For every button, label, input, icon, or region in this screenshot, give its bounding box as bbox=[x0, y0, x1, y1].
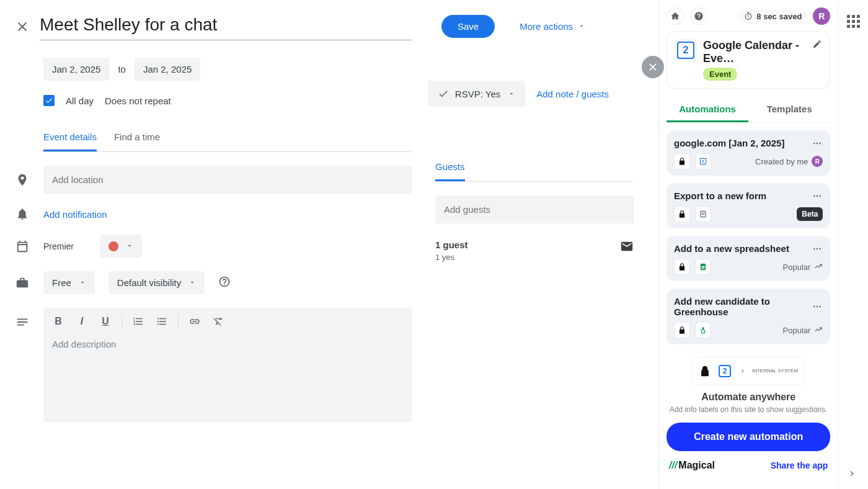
close-icon[interactable] bbox=[15, 19, 30, 34]
automation-card[interactable]: Export to a new form ⋯ Beta bbox=[666, 183, 830, 228]
time-saved-label: 8 sec saved bbox=[756, 12, 802, 21]
description-icon bbox=[15, 315, 30, 329]
trend-up-icon bbox=[814, 262, 823, 272]
magical-icon bbox=[674, 206, 690, 222]
card-menu-icon[interactable]: ⋯ bbox=[813, 138, 823, 148]
automation-meta: Created by me bbox=[755, 157, 808, 166]
creator-avatar: R bbox=[812, 156, 823, 167]
guest-count-label: 1 guest bbox=[435, 240, 468, 250]
rsvp-dropdown[interactable]: RSVP: Yes bbox=[428, 81, 525, 107]
automation-meta: Popular bbox=[783, 262, 811, 272]
more-actions-label: More actions bbox=[520, 21, 573, 32]
beta-badge: Beta bbox=[797, 207, 823, 221]
save-button[interactable]: Save bbox=[441, 15, 495, 38]
location-icon bbox=[15, 173, 30, 187]
google-apps-button[interactable] bbox=[847, 15, 860, 28]
allday-label: All day bbox=[66, 96, 94, 106]
visibility-label: Default visibility bbox=[117, 277, 181, 288]
trend-up-icon bbox=[814, 325, 823, 336]
panel-help-button[interactable] bbox=[690, 7, 707, 25]
card-menu-icon[interactable]: ⋯ bbox=[813, 191, 823, 201]
email-guests-button[interactable] bbox=[620, 240, 634, 262]
magical-logo: ///Magical bbox=[669, 460, 715, 471]
google-calendar-icon: 2 bbox=[675, 39, 697, 61]
magical-icon bbox=[674, 153, 690, 169]
automation-card[interactable]: Add to a new spreadsheet ⋯ Popular bbox=[666, 236, 830, 281]
caret-down-icon bbox=[79, 277, 86, 288]
rsvp-label: RSVP: Yes bbox=[455, 89, 500, 99]
google-sheets-icon bbox=[695, 259, 711, 275]
event-title-input[interactable] bbox=[40, 12, 412, 40]
panel-title: Google Calendar - Eve… bbox=[703, 39, 806, 65]
automation-card[interactable]: Add new candidate to Greenhouse ⋯ Popula… bbox=[666, 289, 830, 344]
caret-down-icon bbox=[188, 277, 196, 288]
italic-button[interactable]: I bbox=[74, 314, 89, 329]
automation-title: Export to a new form bbox=[674, 191, 766, 201]
underline-button[interactable]: U bbox=[98, 314, 113, 329]
calendar-icon bbox=[15, 240, 30, 253]
insert-link-button[interactable] bbox=[187, 314, 202, 329]
google-calendar-icon: 2 bbox=[695, 153, 711, 169]
location-input[interactable] bbox=[43, 166, 412, 194]
create-automation-button[interactable]: Create new automation bbox=[666, 423, 830, 451]
caret-down-icon bbox=[126, 241, 133, 251]
availability-selector[interactable]: Free bbox=[43, 271, 95, 294]
caret-down-icon bbox=[578, 21, 585, 32]
chevron-right-icon[interactable] bbox=[847, 469, 857, 480]
more-actions-dropdown[interactable]: More actions bbox=[520, 21, 585, 32]
user-avatar[interactable]: R bbox=[813, 7, 830, 25]
add-notification-link[interactable]: Add notification bbox=[43, 209, 107, 220]
panel-tab-automations[interactable]: Automations bbox=[666, 97, 748, 122]
internal-system-label: INTERNAL SYSTEM bbox=[752, 369, 798, 374]
automation-title: google.com [Jan 2, 2025] bbox=[674, 138, 784, 148]
anywhere-title: Automate anywhere bbox=[666, 392, 830, 403]
separator bbox=[178, 315, 179, 328]
to-label: to bbox=[118, 64, 126, 74]
card-menu-icon[interactable]: ⋯ bbox=[813, 244, 823, 254]
allday-checkbox[interactable] bbox=[43, 95, 55, 106]
help-icon[interactable] bbox=[218, 276, 231, 290]
calendar-name-label: Premier bbox=[43, 241, 74, 251]
svg-point-10 bbox=[701, 330, 705, 333]
time-saved-chip: 8 sec saved bbox=[738, 9, 808, 24]
numbered-list-button[interactable] bbox=[131, 314, 146, 329]
clear-formatting-button[interactable] bbox=[211, 314, 226, 329]
repeat-selector[interactable]: Does not repeat bbox=[105, 96, 171, 106]
tab-event-details[interactable]: Event details bbox=[43, 132, 97, 151]
end-date-picker[interactable]: Jan 2, 2025 bbox=[135, 58, 200, 81]
availability-label: Free bbox=[52, 277, 71, 288]
notification-icon bbox=[15, 207, 30, 221]
panel-home-button[interactable] bbox=[666, 7, 684, 25]
anywhere-description: Add info labels on this site to show sug… bbox=[666, 405, 830, 414]
add-note-guests-link[interactable]: Add note / guests bbox=[536, 89, 609, 99]
separator bbox=[122, 315, 122, 328]
panel-tab-templates[interactable]: Templates bbox=[748, 97, 830, 122]
start-date-picker[interactable]: Jan 2, 2025 bbox=[43, 58, 109, 81]
event-color-selector[interactable] bbox=[100, 235, 142, 258]
edit-icon[interactable] bbox=[812, 39, 822, 51]
briefcase-icon bbox=[15, 276, 30, 290]
automation-meta: Popular bbox=[783, 326, 811, 335]
panel-close-button[interactable] bbox=[642, 56, 664, 78]
automation-title: Add new candidate to Greenhouse bbox=[674, 296, 813, 317]
bulleted-list-button[interactable] bbox=[154, 314, 169, 329]
add-guests-input[interactable] bbox=[435, 195, 634, 223]
event-type-badge: Event bbox=[703, 68, 737, 81]
tab-find-a-time[interactable]: Find a time bbox=[114, 132, 160, 151]
guest-yes-label: 1 yes bbox=[435, 253, 468, 262]
color-dot-icon bbox=[108, 241, 118, 251]
share-app-link[interactable]: Share the app bbox=[771, 460, 828, 470]
description-textarea[interactable]: Add description bbox=[43, 335, 412, 422]
svg-point-9 bbox=[702, 327, 704, 330]
tab-guests[interactable]: Guests bbox=[435, 161, 465, 181]
magical-icon bbox=[674, 322, 690, 338]
caret-down-icon bbox=[508, 89, 515, 99]
bold-button[interactable]: B bbox=[51, 314, 66, 329]
greenhouse-icon bbox=[695, 322, 711, 338]
card-menu-icon[interactable]: ⋯ bbox=[813, 302, 823, 312]
anywhere-illustration: 2 INTERNAL SYSTEM bbox=[692, 357, 805, 385]
visibility-selector[interactable]: Default visibility bbox=[108, 271, 205, 294]
form-icon bbox=[695, 206, 711, 222]
automation-card[interactable]: google.com [Jan 2, 2025] ⋯ 2 Created by … bbox=[666, 130, 830, 176]
magical-icon bbox=[674, 259, 690, 275]
